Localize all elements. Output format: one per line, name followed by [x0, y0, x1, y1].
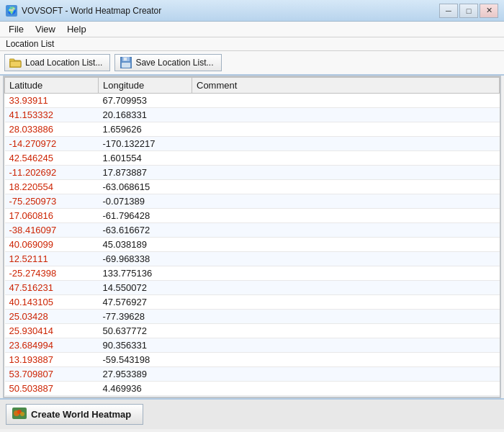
cell-latitude: 18.220554	[5, 180, 99, 194]
save-location-list-button[interactable]: Save Location List...	[114, 54, 221, 71]
table-row[interactable]: 25.93041450.637772	[5, 324, 500, 338]
bottom-bar: Create World Heatmap	[0, 398, 504, 429]
svg-rect-5	[124, 58, 127, 60]
table-container[interactable]: Latitude Longitude Comment 33.9391167.70…	[4, 76, 500, 397]
cell-comment	[192, 137, 500, 151]
svg-rect-2	[10, 61, 21, 67]
cell-comment	[192, 108, 500, 122]
title-bar: 🌍 VOVSOFT - World Heatmap Creator ─ □ ✕	[0, 0, 504, 22]
cell-longitude: -88.49765	[99, 396, 192, 398]
save-btn-label: Save Location List...	[135, 58, 213, 68]
table-row[interactable]: 18.220554-63.068615	[5, 180, 500, 194]
cell-latitude: 40.143105	[5, 295, 99, 310]
cell-comment	[192, 338, 500, 353]
toolbar-label: Location List	[0, 37, 504, 51]
cell-latitude: 42.546245	[5, 151, 99, 166]
cell-latitude: 25.03428	[5, 310, 99, 324]
menu-view[interactable]: View	[30, 22, 61, 36]
cell-latitude: -75.250973	[5, 194, 99, 209]
close-button[interactable]: ✕	[480, 4, 498, 18]
cell-longitude: 20.168331	[99, 108, 192, 122]
table-row[interactable]: 53.70980727.953389	[5, 367, 500, 382]
table-row[interactable]: 33.9391167.709953	[5, 94, 500, 108]
cell-comment	[192, 223, 500, 238]
table-row[interactable]: -25.274398133.775136	[5, 266, 500, 281]
cell-longitude: 90.356331	[99, 338, 192, 353]
table-row[interactable]: 40.06909945.038189	[5, 238, 500, 252]
cell-longitude: 67.709953	[99, 94, 192, 108]
table-row[interactable]: 42.5462451.601554	[5, 151, 500, 166]
table-row[interactable]: 47.51623114.550072	[5, 281, 500, 295]
cell-longitude: -63.068615	[99, 180, 192, 194]
cell-latitude: 28.033886	[5, 122, 99, 137]
table-row[interactable]: 17.060816-61.796428	[5, 209, 500, 223]
cell-comment	[192, 194, 500, 209]
cell-latitude: 12.52111	[5, 252, 99, 266]
col-header-latitude: Latitude	[5, 78, 99, 94]
cell-latitude: 53.709807	[5, 367, 99, 382]
table-row[interactable]: 25.03428-77.39628	[5, 310, 500, 324]
cell-comment	[192, 94, 500, 108]
cell-comment	[192, 396, 500, 398]
cell-latitude: -11.202692	[5, 166, 99, 180]
cell-latitude: -38.416097	[5, 223, 99, 238]
cell-longitude: -0.071389	[99, 194, 192, 209]
table-row[interactable]: 50.5038874.469936	[5, 382, 500, 396]
cell-comment	[192, 324, 500, 338]
load-location-list-button[interactable]: Load Location List...	[4, 54, 110, 71]
folder-open-icon	[9, 57, 22, 68]
cell-comment	[192, 122, 500, 137]
cell-longitude: 4.469936	[99, 382, 192, 396]
cell-longitude: 47.576927	[99, 295, 192, 310]
table-row[interactable]: -11.20269217.873887	[5, 166, 500, 180]
table-row[interactable]: -14.270972-170.132217	[5, 137, 500, 151]
cell-comment	[192, 281, 500, 295]
table-row[interactable]: 41.15333220.168331	[5, 108, 500, 122]
minimize-button[interactable]: ─	[439, 4, 458, 18]
maximize-button[interactable]: □	[459, 4, 478, 18]
cell-longitude: 45.038189	[99, 238, 192, 252]
cell-comment	[192, 151, 500, 166]
cell-longitude: -77.39628	[99, 310, 192, 324]
col-header-longitude: Longitude	[99, 78, 192, 94]
cell-latitude: -25.274398	[5, 266, 99, 281]
table-row[interactable]: 23.68499490.356331	[5, 338, 500, 353]
menu-help[interactable]: Help	[61, 22, 92, 36]
cell-latitude: 17.060816	[5, 209, 99, 223]
cell-longitude: 17.873887	[99, 166, 192, 180]
table-row[interactable]: 40.14310547.576927	[5, 295, 500, 310]
svg-rect-6	[122, 63, 130, 68]
cell-latitude: 33.93911	[5, 94, 99, 108]
table-row[interactable]: 28.0338861.659626	[5, 122, 500, 137]
menu-file[interactable]: File	[3, 22, 30, 36]
cell-latitude: 41.153332	[5, 108, 99, 122]
create-heatmap-button[interactable]: Create World Heatmap	[6, 404, 143, 425]
cell-longitude: 1.601554	[99, 151, 192, 166]
window-controls: ─ □ ✕	[439, 4, 498, 18]
cell-longitude: -61.796428	[99, 209, 192, 223]
cell-latitude: 25.930414	[5, 324, 99, 338]
table-row[interactable]: -38.416097-63.616672	[5, 223, 500, 238]
cell-comment	[192, 166, 500, 180]
cell-latitude: 50.503887	[5, 382, 99, 396]
cell-comment	[192, 266, 500, 281]
cell-comment	[192, 295, 500, 310]
app-icon: 🌍	[6, 5, 17, 17]
cell-latitude: 13.193887	[5, 353, 99, 367]
cell-longitude: -69.968338	[99, 252, 192, 266]
col-header-comment: Comment	[192, 78, 500, 94]
table-row[interactable]: 12.52111-69.968338	[5, 252, 500, 266]
cell-comment	[192, 353, 500, 367]
cell-longitude: 133.775136	[99, 266, 192, 281]
cell-longitude: -59.543198	[99, 353, 192, 367]
cell-longitude: 27.953389	[99, 367, 192, 382]
heatmap-icon	[12, 408, 27, 421]
cell-longitude: 1.659626	[99, 122, 192, 137]
cell-comment	[192, 180, 500, 194]
cell-longitude: -170.132217	[99, 137, 192, 151]
table-row[interactable]: 17.189877-88.49765	[5, 396, 500, 398]
save-icon	[120, 57, 132, 68]
table-row[interactable]: 13.193887-59.543198	[5, 353, 500, 367]
location-table: Latitude Longitude Comment 33.9391167.70…	[4, 77, 500, 397]
table-row[interactable]: -75.250973-0.071389	[5, 194, 500, 209]
